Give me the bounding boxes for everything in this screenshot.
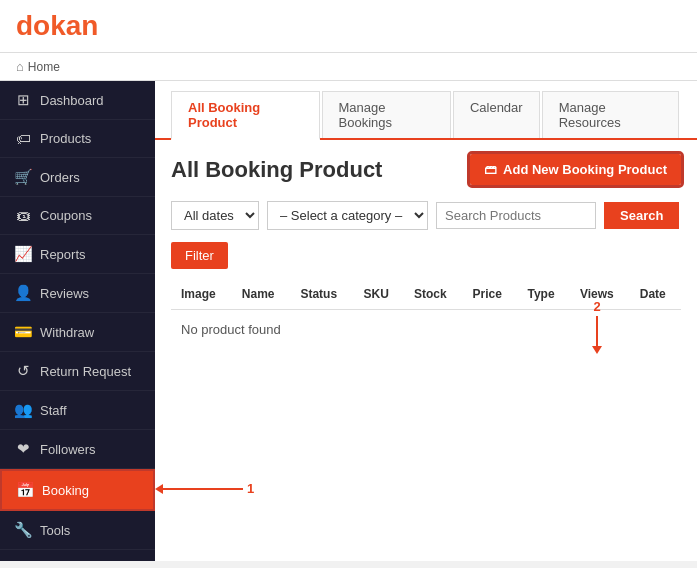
tab-manage-resources[interactable]: Manage Resources bbox=[542, 91, 679, 138]
sidebar-item-label: Coupons bbox=[40, 208, 92, 223]
sidebar-item-label: Products bbox=[40, 131, 91, 146]
col-image: Image bbox=[171, 279, 232, 310]
dates-filter[interactable]: All dates bbox=[171, 201, 259, 230]
search-button[interactable]: Search bbox=[604, 202, 679, 229]
col-price: Price bbox=[463, 279, 518, 310]
col-sku: SKU bbox=[354, 279, 404, 310]
product-table: Image Name Status SKU Stock Price Type V… bbox=[171, 279, 681, 349]
sidebar-item-orders[interactable]: 🛒 Orders bbox=[0, 158, 155, 197]
sidebar-item-label: Dashboard bbox=[40, 93, 104, 108]
sidebar-item-label: Orders bbox=[40, 170, 80, 185]
logo-text: kan bbox=[50, 10, 98, 41]
product-table-container: Image Name Status SKU Stock Price Type V… bbox=[155, 279, 697, 349]
followers-icon: ❤ bbox=[14, 440, 32, 458]
add-new-booking-product-button[interactable]: 🗃 Add New Booking Product bbox=[470, 154, 681, 185]
col-status: Status bbox=[290, 279, 353, 310]
sidebar-item-return-request[interactable]: ↺ Return Request bbox=[0, 352, 155, 391]
coupons-icon: 🎟 bbox=[14, 207, 32, 224]
return-icon: ↺ bbox=[14, 362, 32, 380]
tab-calendar[interactable]: Calendar bbox=[453, 91, 540, 138]
category-filter[interactable]: – Select a category – bbox=[267, 201, 428, 230]
sidebar-item-label: Booking bbox=[42, 483, 89, 498]
filter-bar: All dates – Select a category – Search bbox=[155, 195, 697, 236]
filter-button[interactable]: Filter bbox=[171, 242, 228, 269]
col-views: Views bbox=[570, 279, 630, 310]
sidebar-item-label: Tools bbox=[40, 523, 70, 538]
sidebar-item-coupons[interactable]: 🎟 Coupons bbox=[0, 197, 155, 235]
page-header: All Booking Product 🗃 Add New Booking Pr… bbox=[155, 140, 697, 195]
page-title: All Booking Product bbox=[171, 157, 382, 183]
sidebar-item-dashboard[interactable]: ⊞ Dashboard bbox=[0, 81, 155, 120]
main-content: All Booking Product Manage Bookings Cale… bbox=[155, 81, 697, 561]
sidebar-item-label: Withdraw bbox=[40, 325, 94, 340]
reports-icon: 📈 bbox=[14, 245, 32, 263]
sidebar-item-reports[interactable]: 📈 Reports bbox=[0, 235, 155, 274]
sidebar-item-reviews[interactable]: 👤 Reviews bbox=[0, 274, 155, 313]
col-date: Date bbox=[630, 279, 681, 310]
sidebar-item-booking[interactable]: 📅 Booking bbox=[0, 469, 155, 511]
no-product-message: No product found bbox=[171, 310, 681, 350]
sidebar-item-staff[interactable]: 👥 Staff bbox=[0, 391, 155, 430]
orders-icon: 🛒 bbox=[14, 168, 32, 186]
add-btn-label: Add New Booking Product bbox=[503, 162, 667, 177]
tab-all-booking-product[interactable]: All Booking Product bbox=[171, 91, 320, 140]
home-icon: ⌂ bbox=[16, 59, 24, 74]
sidebar-item-label: Return Request bbox=[40, 364, 131, 379]
tab-bar: All Booking Product Manage Bookings Cale… bbox=[155, 81, 697, 140]
tab-manage-bookings[interactable]: Manage Bookings bbox=[322, 91, 451, 138]
table-row: No product found bbox=[171, 310, 681, 350]
booking-icon: 📅 bbox=[16, 481, 34, 499]
tools-icon: 🔧 bbox=[14, 521, 32, 539]
sidebar-item-products[interactable]: 🏷 Products bbox=[0, 120, 155, 158]
sidebar: ⊞ Dashboard 🏷 Products 🛒 Orders 🎟 Coupon… bbox=[0, 81, 155, 561]
sidebar-item-tools[interactable]: 🔧 Tools bbox=[0, 511, 155, 550]
sidebar-item-followers[interactable]: ❤ Followers bbox=[0, 430, 155, 469]
col-stock: Stock bbox=[404, 279, 463, 310]
sidebar-item-label: Staff bbox=[40, 403, 67, 418]
search-input[interactable] bbox=[436, 202, 596, 229]
breadcrumb: ⌂ Home bbox=[0, 53, 697, 81]
dashboard-icon: ⊞ bbox=[14, 91, 32, 109]
products-icon: 🏷 bbox=[14, 130, 32, 147]
sidebar-item-label: Followers bbox=[40, 442, 96, 457]
col-name: Name bbox=[232, 279, 291, 310]
filter-btn-row: Filter bbox=[155, 236, 697, 279]
app-logo: dokan bbox=[16, 10, 98, 42]
sidebar-item-label: Reviews bbox=[40, 286, 89, 301]
col-type: Type bbox=[517, 279, 569, 310]
add-btn-icon: 🗃 bbox=[484, 162, 497, 177]
logo-accent: do bbox=[16, 10, 50, 41]
withdraw-icon: 💳 bbox=[14, 323, 32, 341]
sidebar-item-withdraw[interactable]: 💳 Withdraw bbox=[0, 313, 155, 352]
breadcrumb-home-label[interactable]: Home bbox=[28, 60, 60, 74]
reviews-icon: 👤 bbox=[14, 284, 32, 302]
sidebar-item-label: Reports bbox=[40, 247, 86, 262]
staff-icon: 👥 bbox=[14, 401, 32, 419]
